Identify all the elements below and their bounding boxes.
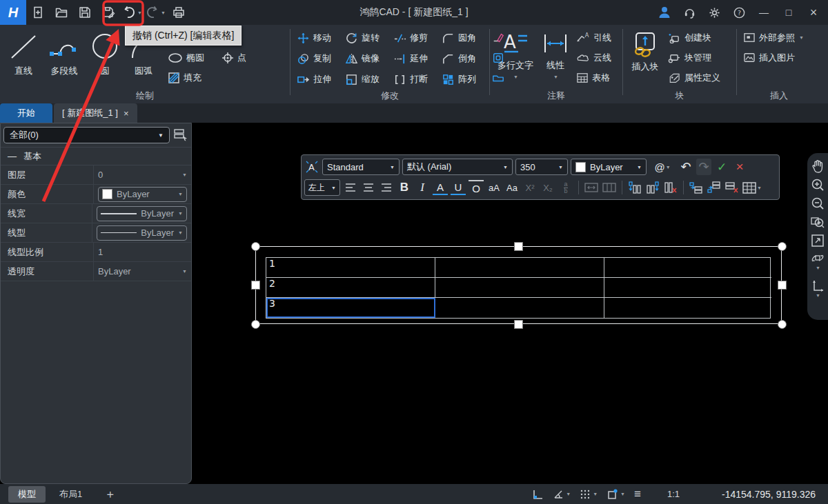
justify-left-button[interactable] bbox=[343, 179, 358, 196]
hatch-button[interactable]: 填充 bbox=[166, 68, 248, 88]
drawing-table[interactable]: 1 2 3 bbox=[266, 257, 771, 319]
orbit-dropdown-icon[interactable]: ▼ bbox=[816, 265, 820, 270]
grip-top-right[interactable] bbox=[778, 242, 787, 251]
grip-bottom-right[interactable] bbox=[778, 320, 787, 329]
drawing-canvas[interactable]: A Standard ▼ 默认 (Arial) ▼ 350 ▼ ByLayer bbox=[193, 123, 828, 484]
create-block-button[interactable]: 创建块 bbox=[666, 28, 722, 48]
text-color-combo[interactable]: ByLayer ▼ bbox=[571, 159, 647, 175]
xref-dropdown-icon[interactable]: ▼ bbox=[799, 35, 804, 40]
stack-fraction-button[interactable]: a b bbox=[558, 179, 573, 196]
xref-button[interactable]: 外部参照 ▼ bbox=[741, 28, 806, 48]
ortho-mode-icon[interactable] bbox=[531, 488, 544, 501]
point-button[interactable]: 点 bbox=[219, 48, 248, 68]
section-basic-header[interactable]: — 基本 bbox=[1, 147, 191, 165]
mtext-button[interactable]: A 多行文字 ▼ bbox=[494, 28, 537, 90]
insert-image-button[interactable]: 插入图片 bbox=[741, 48, 806, 68]
grip-top-left[interactable] bbox=[251, 242, 260, 251]
insert-row-above-button[interactable] bbox=[689, 179, 704, 196]
bold-button[interactable]: B bbox=[397, 179, 412, 196]
grip-left-middle[interactable] bbox=[251, 281, 260, 290]
undo-dropdown-icon[interactable]: ▼ bbox=[137, 10, 142, 15]
new-file-button[interactable] bbox=[27, 2, 49, 23]
table-cell-r3c1-active[interactable]: 3 bbox=[266, 298, 435, 318]
minimize-button[interactable]: — bbox=[755, 3, 773, 21]
revision-cloud-button[interactable]: 云线 bbox=[574, 48, 613, 68]
polar-tracking-button[interactable]: ▼ bbox=[553, 489, 571, 500]
insert-column-left-button[interactable] bbox=[627, 179, 642, 196]
superscript-button[interactable]: X² bbox=[522, 179, 538, 196]
linear-dropdown-icon[interactable]: ▼ bbox=[553, 74, 558, 79]
annotative-scale-button[interactable]: A bbox=[304, 159, 319, 175]
delete-column-button[interactable] bbox=[663, 179, 678, 196]
collapse-icon[interactable]: — bbox=[8, 151, 17, 161]
block-manager-button[interactable]: 块管理 bbox=[666, 48, 722, 68]
transparency-value-dropdown[interactable]: ByLayer ▼ bbox=[94, 262, 191, 281]
snap-grid-button[interactable]: ▼ bbox=[580, 489, 598, 500]
editor-redo-button[interactable]: ↷ bbox=[696, 159, 711, 175]
grip-bottom-left[interactable] bbox=[251, 320, 260, 329]
justify-right-button[interactable] bbox=[379, 179, 394, 196]
scale-button[interactable]: 缩放 bbox=[343, 70, 391, 90]
circle-button[interactable]: 圆 bbox=[86, 28, 124, 90]
ucs-button[interactable]: ▼ bbox=[809, 279, 826, 298]
redo-dropdown-icon[interactable]: ▼ bbox=[161, 10, 166, 15]
grip-top-middle[interactable] bbox=[514, 242, 523, 251]
mtext-dropdown-icon[interactable]: ▼ bbox=[513, 74, 518, 79]
tab-close-icon[interactable]: × bbox=[124, 108, 129, 119]
table-cell-r2c3[interactable] bbox=[604, 278, 771, 298]
insert-row-below-button[interactable] bbox=[707, 179, 722, 196]
zoom-out-button[interactable] bbox=[809, 196, 826, 211]
user-account-button[interactable] bbox=[656, 3, 673, 21]
justify-center-button[interactable] bbox=[361, 179, 376, 196]
line-button[interactable]: 直线 bbox=[4, 28, 43, 90]
orbit-button[interactable]: ▼ bbox=[809, 252, 826, 270]
subscript-button[interactable]: X₂ bbox=[540, 179, 555, 196]
zoom-extents-button[interactable] bbox=[809, 233, 826, 248]
uppercase-button[interactable]: Aa bbox=[504, 179, 520, 196]
table-cell-r2c1[interactable]: 2 bbox=[266, 278, 435, 298]
stretch-button[interactable]: 拉伸 bbox=[295, 70, 343, 90]
linetype-value-dropdown[interactable]: ByLayer ▼ bbox=[97, 225, 187, 241]
help-button[interactable]: ? bbox=[730, 3, 748, 21]
add-layout-button[interactable]: ＋ bbox=[104, 486, 116, 502]
tab-start[interactable]: 开始 bbox=[0, 103, 52, 123]
annotative-text-button[interactable]: A bbox=[433, 180, 448, 195]
merge-cells-button[interactable] bbox=[584, 179, 599, 196]
attribute-define-button[interactable]: 属性定义 bbox=[666, 68, 722, 88]
ltscale-value-field[interactable]: 1 bbox=[94, 243, 191, 261]
move-button[interactable]: 移动 bbox=[295, 28, 343, 48]
lineweight-display-button[interactable]: ≡ bbox=[634, 487, 640, 501]
zoom-in-button[interactable] bbox=[809, 177, 826, 192]
table-cell-r1c1[interactable]: 1 bbox=[266, 258, 435, 278]
mirror-button[interactable]: 镜像 bbox=[343, 49, 391, 69]
print-button[interactable] bbox=[168, 2, 190, 23]
chamfer-button[interactable]: 倒角 bbox=[440, 49, 488, 69]
object-snap-button[interactable]: ▼ bbox=[607, 488, 625, 500]
ellipse-button[interactable]: 椭圆 bbox=[166, 48, 219, 68]
color-value-dropdown[interactable]: ByLayer ▼ bbox=[98, 187, 187, 202]
insert-column-right-button[interactable] bbox=[645, 179, 660, 196]
cancel-button[interactable]: × bbox=[732, 159, 747, 175]
tab-model[interactable]: 模型 bbox=[8, 486, 46, 503]
editor-undo-button[interactable]: ↶ bbox=[678, 159, 693, 175]
table-button[interactable]: 表格 bbox=[574, 68, 613, 88]
grip-right-middle[interactable] bbox=[778, 281, 787, 290]
cell-align-combo[interactable]: 左上 ▼ bbox=[304, 179, 340, 196]
save-button[interactable] bbox=[74, 2, 96, 23]
trim-button[interactable]: 修剪 bbox=[391, 28, 440, 48]
grip-bottom-middle[interactable] bbox=[514, 320, 523, 329]
extend-button[interactable]: 延伸 bbox=[391, 49, 440, 69]
table-cell-r1c2[interactable] bbox=[435, 258, 604, 278]
undo-button[interactable]: ▼ bbox=[121, 2, 143, 23]
ucs-dropdown-icon[interactable]: ▼ bbox=[816, 293, 820, 298]
rotate-button[interactable]: 旋转 bbox=[343, 28, 391, 48]
confirm-button[interactable]: ✓ bbox=[714, 159, 729, 175]
fillet-button[interactable]: 圆角 bbox=[440, 28, 488, 48]
zoom-window-button[interactable] bbox=[809, 214, 826, 230]
array-button[interactable]: 阵列 bbox=[440, 70, 488, 90]
text-size-combo[interactable]: 350 ▼ bbox=[515, 159, 568, 175]
insert-block-button[interactable]: 插入块 bbox=[627, 28, 663, 90]
table-borders-button[interactable]: ▼ bbox=[742, 179, 762, 196]
save-as-button[interactable] bbox=[97, 2, 119, 23]
break-button[interactable]: 打断 bbox=[391, 70, 440, 90]
